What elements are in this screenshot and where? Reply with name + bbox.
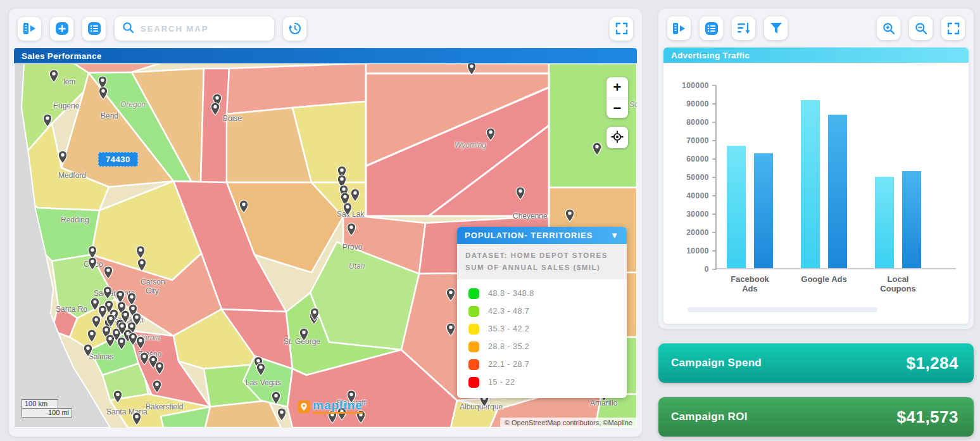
map-pin[interactable] [256,362,266,376]
y-tick-mark [712,195,717,196]
bar-series-2[interactable] [754,153,773,268]
map-pin[interactable] [592,142,602,156]
y-tick-label: 40000 [686,191,709,200]
map-canvas[interactable]: 74430 + − POPULATION- TERRITORIES ▼ DATA… [14,63,637,428]
history-button[interactable] [283,17,306,41]
map-city-label: lem [63,77,75,86]
y-tick-label: 30000 [686,210,709,219]
legend-item[interactable]: 42.3 - 48.7 [468,306,615,317]
map-pin[interactable] [515,186,525,200]
sidebar-toggle-button[interactable] [18,17,41,41]
bar-series-2[interactable] [902,171,921,268]
chart-fullscreen-button[interactable] [941,16,965,40]
map-pin[interactable] [310,307,320,321]
map-pin[interactable] [83,343,93,357]
map-pin[interactable] [299,328,309,342]
map-pin[interactable] [342,202,353,216]
map-pin[interactable] [152,380,162,393]
map-city-label: Wyoming [455,141,486,150]
search-input[interactable] [141,24,267,34]
zoom-out-button[interactable]: − [606,98,628,118]
map-pin[interactable] [49,69,59,83]
map-pin[interactable] [87,329,97,343]
map-pin[interactable] [58,150,68,164]
y-tick-mark [712,103,717,105]
legend-item[interactable]: 48.8 - 348.8 [468,288,615,299]
mapline-logo[interactable]: mapline [298,399,363,414]
legend-header[interactable]: POPULATION- TERRITORIES ▼ [457,227,627,244]
map-pin[interactable] [87,257,97,271]
legend-item[interactable]: 28.8 - 35.2 [468,342,615,352]
chart-zoom-out-button[interactable] [909,16,933,40]
map-fullscreen-button[interactable] [610,17,633,41]
map-pin[interactable] [271,391,281,405]
map-toolbar [14,15,637,48]
map-pin[interactable] [132,412,142,426]
bar-series-1[interactable] [727,146,746,268]
map-pin[interactable] [277,407,287,421]
map-attribution[interactable]: © OpenStreetMap contributors, ©Mapline [500,418,637,428]
map-panel: Sales Performance [9,9,642,437]
legend-item[interactable]: 35.3 - 42.2 [468,324,615,335]
scale-km: 100 km [22,399,58,408]
bar-series-2[interactable] [828,115,847,268]
legend-item[interactable]: 22.1 - 28.7 [468,359,615,370]
map-pin[interactable] [97,305,108,319]
map-pin[interactable] [486,127,496,141]
map-pin[interactable] [154,361,165,375]
y-tick-mark [712,232,717,233]
zoom-in-button[interactable]: + [606,77,628,98]
map-pin[interactable] [42,113,53,127]
map-pin[interactable] [137,258,147,272]
sort-button[interactable] [732,16,755,40]
filter-button[interactable] [764,16,788,40]
bar-series-1[interactable] [875,177,894,268]
chart-panel: Advertising Traffic 10000090000800007000… [658,9,974,329]
map-pin[interactable] [446,323,456,336]
map-city-label: Redding [61,215,89,224]
map-pin[interactable] [105,334,115,348]
map-pin[interactable] [350,188,360,202]
add-button[interactable] [50,17,73,41]
map-pin[interactable] [98,86,108,100]
kpi-campaign-spend[interactable]: Campaign Spend $1,284 [658,343,974,383]
kpi-campaign-roi[interactable]: Campaign ROI $41,573 [658,397,974,437]
map-pin[interactable] [565,208,575,222]
map-pin[interactable] [467,63,477,75]
legend-swatch [468,288,479,299]
map-pin[interactable] [346,222,356,236]
map-pin[interactable] [135,336,146,350]
map-pin[interactable] [446,288,456,302]
map-pin[interactable] [210,102,220,116]
filter-icon [770,22,782,34]
sidebar-toggle-icon [23,22,37,35]
legend-swatch [468,306,479,317]
map-pin[interactable] [239,200,249,214]
chart-zoom-in-button[interactable] [877,16,900,40]
selected-marker-badge[interactable]: 74430 [98,152,138,167]
x-axis-labels: Facebook AdsGoogle AdsLocal Coupons [669,269,956,293]
list-button[interactable] [82,17,106,41]
map-pin[interactable] [117,321,127,335]
map-city-label: Boise [223,114,242,123]
chart-sidebar-toggle-button[interactable] [667,16,691,40]
kpi-label: Campaign ROI [671,411,748,423]
legend-dataset-line1: DATASET: HOME DEPOT STORES [465,250,619,262]
y-tick-label: 10000 [686,246,709,255]
map-pin[interactable] [103,265,113,279]
legend-title: POPULATION- TERRITORIES [465,231,593,240]
bar-series-1[interactable] [801,100,820,268]
chart-scrollbar[interactable] [688,307,877,312]
locate-button[interactable] [606,127,628,148]
map-pin[interactable] [116,336,127,350]
x-category-label: Google Ads [801,274,847,293]
map-pin[interactable] [113,390,123,404]
map-pin[interactable] [103,286,113,300]
legend-item[interactable]: 15 - 22 [468,377,615,388]
y-tick-mark [712,214,717,215]
bar-group [801,86,847,268]
map-title-bar: Sales Performance [14,48,637,63]
map-pin[interactable] [135,245,146,259]
y-tick-label: 100000 [682,81,709,90]
chart-list-button[interactable] [700,16,723,40]
